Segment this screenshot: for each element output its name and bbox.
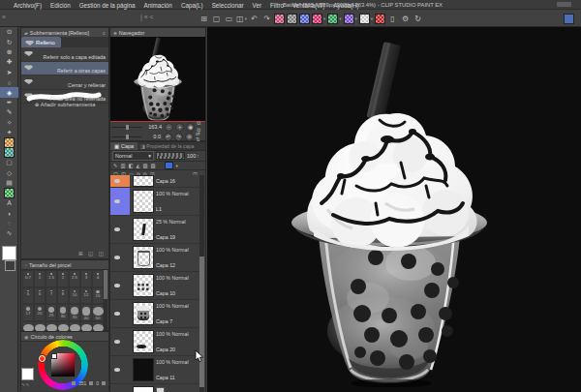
draft-layer-icon[interactable]: ✎ xyxy=(113,163,117,168)
gradient-tool[interactable] xyxy=(0,137,18,147)
open-file-icon[interactable]: ▭▾ xyxy=(224,13,234,24)
brush-size-cell[interactable]: 12 xyxy=(80,287,92,305)
Capa 10[interactable]: 100 % Normal Capa 10 xyxy=(110,272,205,300)
material-flower-icon[interactable]: ▾ xyxy=(274,13,285,24)
main-color-swatch[interactable] xyxy=(2,246,16,260)
opacity-slider[interactable] xyxy=(156,152,185,160)
subtool-footer-icons[interactable]: ⊞ ◱ ◫ xyxy=(78,251,106,256)
lock-layer-icon[interactable]: ◧ xyxy=(128,163,133,168)
brush-tool[interactable]: ✎ xyxy=(0,107,18,117)
rotate-right-button[interactable]: ↷ xyxy=(174,133,183,141)
redo-icon[interactable]: ↷▾ xyxy=(261,13,272,24)
brush-size-cell[interactable]: 17 xyxy=(22,304,34,321)
brush-size-cell[interactable]: 25 xyxy=(46,304,57,321)
brush-size-cell[interactable]: 0.7 xyxy=(22,270,34,287)
menu-item[interactable]: Archivo(F) xyxy=(14,2,42,9)
balloon-tool[interactable]: ◗ xyxy=(0,208,18,218)
clip-icon[interactable]: ▧ xyxy=(143,163,148,168)
brush-size-cell[interactable]: 1.5 xyxy=(46,270,57,287)
hue-indicator[interactable] xyxy=(39,355,46,362)
material-gray-icon[interactable]: ▾ xyxy=(287,13,297,24)
new-document-icon[interactable]: ▢▾ xyxy=(211,13,222,24)
brush-size-cell[interactable]: 30 xyxy=(57,304,69,321)
Capa 19[interactable]: 25 % Normal Capa 19 xyxy=(110,216,205,244)
brush-size-cell[interactable]: 2 xyxy=(57,270,69,287)
reference-icon[interactable]: ▨ xyxy=(151,163,156,168)
subtool-item[interactable]: Referir a otras capas xyxy=(21,62,108,76)
material-pink-icon[interactable]: ▾ xyxy=(312,13,325,24)
menu-item[interactable]: Filtro xyxy=(270,2,284,9)
material-purple-icon[interactable]: ▾ xyxy=(344,13,357,24)
tab-propiedad-capa[interactable]: ◨ Propiedad de la capa xyxy=(138,143,197,149)
panel-collapse-arrow[interactable]: « xyxy=(2,14,6,20)
rotate-reset-button[interactable]: ⊘ xyxy=(185,133,194,141)
Capa 16[interactable]: Capa 16 xyxy=(110,175,205,188)
move-canvas-tool[interactable]: ↻ xyxy=(0,37,18,46)
brush-size-cell[interactable]: 10 xyxy=(69,287,80,305)
eye-icon[interactable] xyxy=(114,312,120,316)
document-canvas[interactable] xyxy=(207,27,581,392)
opacity-stepper[interactable]: ↕ xyxy=(197,153,199,159)
lock-alpha-icon[interactable]: ◭ xyxy=(136,163,139,168)
rotate-left-button[interactable]: ↶ xyxy=(164,133,172,141)
export-icon[interactable]: ◫▾ xyxy=(236,13,247,24)
brush-size-cell[interactable]: 35 xyxy=(69,304,80,321)
fill-tool[interactable]: ◈ xyxy=(0,87,18,97)
eye-icon[interactable] xyxy=(114,368,120,372)
menu-item[interactable]: Gestión de la página xyxy=(79,2,136,9)
current-color-swatch[interactable] xyxy=(21,368,34,380)
sub-color-swatch[interactable] xyxy=(5,260,15,271)
subtool-tab-relleno[interactable]: Relleno xyxy=(21,37,61,47)
panel-menu-icon[interactable]: ≡ xyxy=(103,30,106,36)
zoom-in-button[interactable]: + xyxy=(175,123,184,132)
material-white-icon[interactable]: ▾ xyxy=(359,13,373,24)
panel-collapse-arrows[interactable]: | « < xyxy=(140,14,154,20)
subtool-item[interactable]: Cerrar y rellenar xyxy=(21,75,108,90)
zoom-reset-button[interactable]: ◉ xyxy=(186,123,195,132)
correct-line-tool[interactable]: ∿ xyxy=(0,228,18,238)
L1[interactable]: 100 % Normal L1 xyxy=(110,188,205,216)
gradient2-tool[interactable] xyxy=(0,148,18,158)
brush-size-cell[interactable]: 40 xyxy=(80,304,92,321)
undo-icon[interactable]: ↶▾ xyxy=(249,13,260,24)
zoom-slider[interactable] xyxy=(112,127,141,128)
navigator-preview[interactable] xyxy=(110,37,205,121)
figure-tool[interactable]: ◇ xyxy=(0,167,18,177)
brush-size-header[interactable]: ◔ Tamaño del pincel xyxy=(21,260,108,270)
eye-icon[interactable] xyxy=(114,199,120,203)
tonal-icon[interactable]: ▥ xyxy=(120,163,125,168)
zoom-out-button[interactable]: − xyxy=(165,123,173,132)
material-blue-icon[interactable]: ▾ xyxy=(299,13,310,24)
lasso-tool[interactable]: ◌ xyxy=(0,218,18,227)
window-control-button[interactable] xyxy=(557,2,571,7)
eye-icon[interactable] xyxy=(114,256,120,259)
menu-item[interactable]: Animación xyxy=(143,2,171,9)
brush-size-cell[interactable]: 1 xyxy=(34,270,46,287)
tab-capa[interactable]: ▣ Capa xyxy=(110,142,138,150)
blend-mode-dropdown[interactable]: Normal▾ xyxy=(112,151,154,161)
menu-item[interactable]: Seleccionar xyxy=(212,2,244,9)
brush-size-cell[interactable]: 2.5 xyxy=(69,270,80,287)
eye-icon[interactable] xyxy=(114,340,120,344)
sv-indicator[interactable] xyxy=(51,353,57,359)
rotate-view-icon[interactable]: ↻▾ xyxy=(413,13,423,24)
workspace-grid-icon[interactable]: ⊞▾ xyxy=(199,13,209,24)
text-tool[interactable]: A xyxy=(0,198,18,208)
brush-size-cell[interactable]: 50 xyxy=(92,304,104,321)
zoom-tool[interactable]: ⊙ xyxy=(0,27,18,37)
page-manager-icon[interactable]: ▯▾ xyxy=(387,13,398,24)
brush-size-cell[interactable]: 6 xyxy=(34,287,46,305)
Capa 20[interactable]: 100 % Normal Capa 20 xyxy=(110,328,205,356)
airbrush-tool[interactable]: ✧ xyxy=(0,118,18,128)
add-subtool-button[interactable]: ⊕ Añadir subherramienta xyxy=(21,102,108,107)
material-red-icon[interactable]: ▾ xyxy=(375,13,385,24)
brush-size-cell[interactable]: 5 xyxy=(22,287,34,305)
brush-size-cell[interactable]: 7 xyxy=(46,287,57,305)
eye-icon[interactable] xyxy=(114,227,120,231)
eye-icon[interactable] xyxy=(114,179,120,183)
material-tool[interactable] xyxy=(0,188,18,197)
pen-tool[interactable]: ✒ xyxy=(0,98,18,107)
layer-color-chip[interactable] xyxy=(165,162,173,169)
chevron-down-icon[interactable]: ▾ xyxy=(176,164,178,168)
decoration-tool[interactable]: ✦ xyxy=(0,128,18,137)
